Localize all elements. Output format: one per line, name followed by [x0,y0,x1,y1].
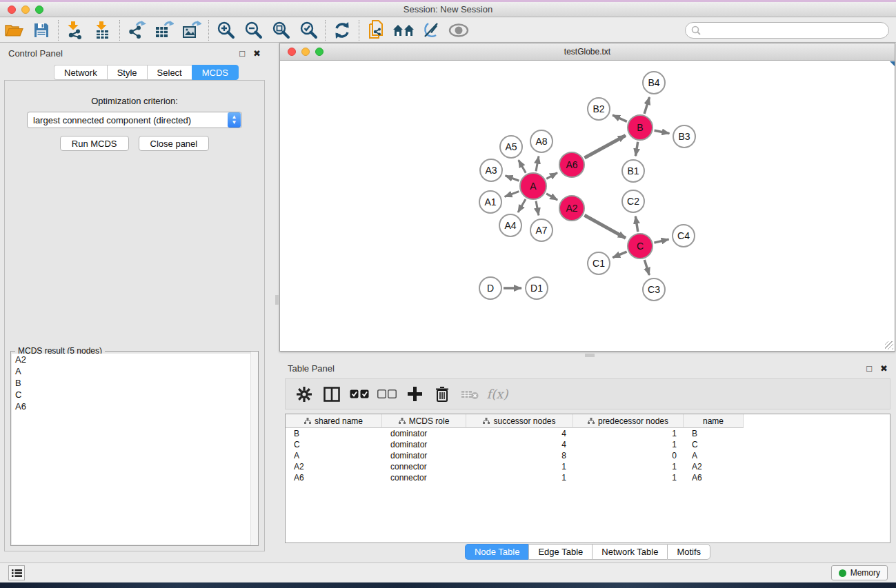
table-cell[interactable]: 1 [573,462,684,472]
table-cell[interactable]: 1 [573,440,684,449]
export-image-button[interactable] [178,19,206,41]
table-row[interactable]: A2connector11A2 [286,461,890,472]
function-builder-button[interactable]: f(x) [486,383,509,406]
column-header-predecessor-nodes[interactable]: predecessor nodes [573,414,684,428]
table-row[interactable]: Adominator80A [286,450,890,461]
criterion-select[interactable]: largest connected component (directed) ▲… [27,112,242,128]
table-cell[interactable]: dominator [382,451,466,460]
table-cell[interactable]: 4 [466,440,573,449]
table-cell[interactable]: A [684,451,744,460]
edge-B-B4[interactable] [644,97,649,114]
table-row[interactable]: A6connector11A6 [286,472,890,483]
graph-node-A1[interactable]: A1 [479,190,502,214]
export-table-button[interactable] [150,19,178,41]
table-row[interactable]: Cdominator41C [286,439,890,450]
result-list-item[interactable]: A [12,365,257,377]
zoom-network-button[interactable] [315,48,323,56]
edge-A-A7[interactable] [536,201,539,216]
edge-A6-B[interactable] [584,135,625,157]
window-resize-grip[interactable] [885,341,893,349]
graph-node-C3[interactable]: C3 [642,278,666,301]
open-session-button[interactable] [0,19,28,41]
graph-node-B2[interactable]: B2 [587,97,610,121]
result-list-item[interactable]: C [12,389,257,401]
table-cell[interactable]: A6 [684,473,744,483]
graph-node-C2[interactable]: C2 [621,190,645,213]
edge-A-A3[interactable] [506,176,519,181]
table-cell[interactable]: A6 [286,473,382,483]
delete-columns-button[interactable] [430,383,454,406]
edge-C-C3[interactable] [644,260,649,275]
edge-A-A8[interactable] [536,156,539,172]
table-cell[interactable]: dominator [382,429,466,438]
zoom-out-button[interactable] [239,19,267,41]
graph-node-A8[interactable]: A8 [530,130,553,153]
tab-motifs[interactable]: Motifs [667,544,710,560]
table-cell[interactable]: B [286,429,382,438]
edge-B-B2[interactable] [613,115,627,121]
result-list-item[interactable]: B [12,377,257,389]
table-cell[interactable]: 4 [466,429,573,438]
edge-A-A4[interactable] [518,199,526,212]
table-cell[interactable]: 1 [466,473,573,483]
edge-C-C1[interactable] [613,252,626,257]
table-cell[interactable]: connector [382,462,466,472]
task-history-button[interactable] [8,565,25,580]
network-from-file-button[interactable] [362,19,390,41]
tab-edge-table[interactable]: Edge Table [528,544,592,560]
graph-node-A[interactable]: A [519,172,547,200]
toggle-bird-view-button[interactable] [445,19,472,41]
table-row[interactable]: Bdominator41B [286,428,890,439]
table-cell[interactable]: 1 [573,429,684,438]
zoom-fit-button[interactable] [267,19,295,41]
table-cell[interactable]: 0 [573,451,684,460]
tab-node-table[interactable]: Node Table [465,544,529,560]
graph-node-C[interactable]: C [627,233,653,259]
graph-node-B[interactable]: B [627,114,653,141]
edge-A-A1[interactable] [505,192,519,197]
float-panel-icon[interactable]: □ [239,48,245,59]
import-table-button[interactable] [89,19,117,41]
graph-node-B4[interactable]: B4 [642,71,666,94]
import-network-button[interactable] [61,19,89,41]
table-cell[interactable]: 1 [573,473,684,483]
result-list-item[interactable]: A2 [12,354,257,365]
tab-mcds[interactable]: MCDS [192,65,239,80]
select-all-columns-button[interactable] [348,383,371,406]
edge-B-B3[interactable] [655,130,670,133]
table-options-button[interactable] [292,383,316,406]
column-header-shared-name[interactable]: shared name [286,414,382,428]
graph-node-B3[interactable]: B3 [673,125,696,148]
graph-node-C1[interactable]: C1 [587,252,610,275]
unselect-all-columns-button[interactable] [375,383,399,406]
show-columns-button[interactable] [320,383,344,406]
table-cell[interactable]: 1 [466,462,573,472]
graph-node-D1[interactable]: D1 [525,276,548,300]
graph-node-A4[interactable]: A4 [499,214,522,237]
close-table-panel-icon[interactable]: ✖ [880,363,888,374]
tab-select[interactable]: Select [147,65,192,80]
edge-C-C4[interactable] [654,239,668,243]
table-cell[interactable]: B [684,429,744,438]
run-mcds-button[interactable]: Run MCDS [60,136,129,151]
column-header-name[interactable]: name [684,414,744,428]
edge-A-A2[interactable] [546,194,557,200]
delete-table-button[interactable] [458,383,481,406]
table-cell[interactable]: A [286,451,382,460]
edge-B-B1[interactable] [635,142,637,156]
minimize-network-button[interactable] [301,48,310,56]
tab-network[interactable]: Network [54,65,107,80]
show-all-networks-button[interactable] [390,19,417,41]
toggle-annotations-button[interactable] [417,19,445,41]
float-table-panel-icon[interactable]: □ [866,363,872,374]
refresh-button[interactable] [328,19,356,41]
graph-node-A2[interactable]: A2 [559,195,585,221]
tab-style[interactable]: Style [107,65,147,80]
edge-C-C2[interactable] [635,216,637,232]
column-header-MCDS-role[interactable]: MCDS role [382,414,466,428]
graph-node-A5[interactable]: A5 [499,135,523,159]
table-cell[interactable]: 8 [466,451,573,460]
graph-node-A3[interactable]: A3 [479,159,503,182]
mcds-result-list[interactable]: A2ABCA6 [12,354,257,545]
table-cell[interactable]: connector [382,473,466,483]
